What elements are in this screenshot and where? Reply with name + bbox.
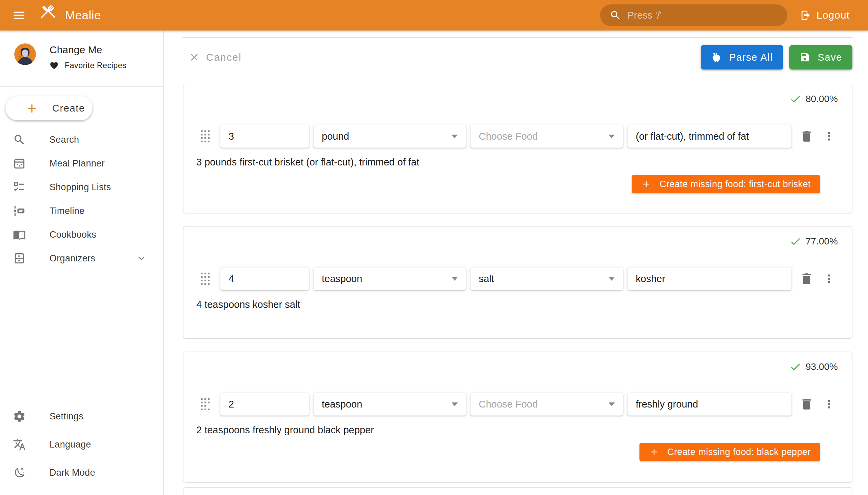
ingredient-card: 80.00% pound Choose Food 3 pounds first-… <box>183 84 852 213</box>
ingredient-fields-row: teaspoon Choose Food <box>195 393 840 416</box>
delete-button[interactable] <box>798 395 815 413</box>
sidebar-item-settings[interactable]: Settings <box>0 405 164 428</box>
more-options-button[interactable] <box>820 395 838 413</box>
save-icon <box>800 52 810 63</box>
trash-icon <box>800 129 814 143</box>
scrolled-content-edge <box>183 37 852 38</box>
global-search-bar[interactable] <box>600 4 787 26</box>
note-field[interactable] <box>627 267 792 290</box>
create-missing-food-button[interactable]: Create missing food: black pepper <box>640 443 820 461</box>
sidebar-item-dark-mode[interactable]: Dark Mode <box>0 461 164 484</box>
search-icon <box>13 133 26 146</box>
confidence-row: 80.00% <box>195 93 840 105</box>
sidebar-divider <box>0 86 164 87</box>
original-ingredient-text: 3 pounds first-cut brisket (or flat-cut)… <box>195 155 840 169</box>
avatar <box>14 44 36 65</box>
search-icon <box>610 10 621 21</box>
sidebar: Change Me Favorite Recipes Create Search… <box>0 31 164 495</box>
sidebar-nav: Search Meal Planner Shopping Lists Timel… <box>0 128 164 270</box>
sidebar-item-shopping-lists[interactable]: Shopping Lists <box>0 175 164 199</box>
more-options-button[interactable] <box>820 270 838 288</box>
quantity-input[interactable] <box>228 273 301 285</box>
note-field[interactable] <box>627 125 792 148</box>
quantity-field[interactable] <box>220 125 309 148</box>
plus-icon <box>649 447 659 457</box>
drag-handle-icon[interactable] <box>200 130 210 143</box>
more-options-button[interactable] <box>820 127 838 145</box>
drag-handle-icon[interactable] <box>200 272 210 285</box>
sidebar-item-organizers[interactable]: Organizers <box>0 246 164 270</box>
original-ingredient-text: 2 teaspoons freshly ground black pepper <box>195 423 840 437</box>
calendar-icon <box>13 157 26 170</box>
food-select[interactable]: Choose Food <box>470 393 623 416</box>
user-name: Change Me <box>50 44 126 56</box>
sidebar-item-timeline[interactable]: Timeline <box>0 199 164 223</box>
confidence-row: 77.00% <box>195 235 840 248</box>
logout-icon <box>800 10 811 21</box>
quantity-field[interactable] <box>220 393 309 416</box>
delete-button[interactable] <box>798 270 815 288</box>
favorite-recipes-link[interactable]: Favorite Recipes <box>50 61 126 70</box>
create-missing-food-button[interactable]: Create missing food: first-cut brisket <box>632 175 820 193</box>
note-field[interactable] <box>627 393 792 416</box>
cancel-button[interactable]: Cancel <box>183 52 242 63</box>
dropdown-arrow-icon <box>452 135 458 138</box>
note-input[interactable] <box>636 399 783 410</box>
check-icon <box>789 235 802 248</box>
note-input[interactable] <box>636 273 783 285</box>
sidebar-item-search[interactable]: Search <box>0 128 164 152</box>
sidebar-item-meal-planner[interactable]: Meal Planner <box>0 152 164 175</box>
drawer-icon <box>13 252 26 265</box>
ingredient-fields-row: teaspoon salt <box>195 267 840 290</box>
check-icon <box>789 361 802 373</box>
confidence-value: 77.00% <box>806 236 838 247</box>
search-input[interactable] <box>627 10 763 21</box>
ingredient-card-partial <box>183 487 852 495</box>
kebab-menu-icon <box>822 398 835 411</box>
ingredient-card: 77.00% teaspoon salt 4 teaspoons kosher … <box>183 226 852 339</box>
confidence-value: 80.00% <box>806 93 838 104</box>
menu-icon[interactable] <box>10 6 28 24</box>
original-ingredient-text: 4 teaspoons kosher salt <box>195 298 840 311</box>
unit-select[interactable]: teaspoon <box>313 267 466 290</box>
food-apple-icon <box>711 52 722 63</box>
logout-button[interactable]: Logout <box>800 10 850 21</box>
unit-select[interactable]: teaspoon <box>313 393 466 416</box>
create-button[interactable]: Create <box>5 96 92 120</box>
confidence-value: 93.00% <box>806 361 838 372</box>
sidebar-item-language[interactable]: Language <box>0 433 164 456</box>
dropdown-arrow-icon <box>452 403 458 406</box>
mealie-logo-cutlery-icon <box>38 5 58 25</box>
parse-all-button[interactable]: Parse All <box>701 45 783 69</box>
food-select[interactable]: salt <box>470 267 623 290</box>
check-icon <box>789 93 802 105</box>
dropdown-arrow-icon <box>609 135 615 138</box>
sidebar-item-cookbooks[interactable]: Cookbooks <box>0 223 164 246</box>
dropdown-arrow-icon <box>609 403 615 406</box>
dropdown-arrow-icon <box>452 277 458 281</box>
quantity-input[interactable] <box>228 399 301 410</box>
mealie-app: Mealie Logout Change <box>0 0 868 495</box>
ingredient-card: 93.00% teaspoon Choose Food 2 teaspoons … <box>183 352 852 482</box>
delete-button[interactable] <box>798 127 815 145</box>
chevron-down-icon[interactable] <box>136 253 147 264</box>
note-input[interactable] <box>636 131 783 142</box>
timeline-icon <box>13 204 26 217</box>
missing-food-row: Create missing food: first-cut brisket <box>195 175 840 193</box>
gear-icon <box>13 410 26 423</box>
quantity-field[interactable] <box>220 267 309 290</box>
save-button[interactable]: Save <box>789 45 853 69</box>
drag-handle-icon[interactable] <box>200 398 210 411</box>
parser-toolbar: Cancel Parse All Save <box>183 42 852 73</box>
user-block[interactable]: Change Me Favorite Recipes <box>0 31 164 70</box>
food-select[interactable]: Choose Food <box>470 125 623 148</box>
trash-icon <box>800 397 814 411</box>
quantity-input[interactable] <box>228 131 301 142</box>
unit-select[interactable]: pound <box>313 125 466 148</box>
ingredient-fields-row: pound Choose Food <box>195 125 840 148</box>
kebab-menu-icon <box>822 272 835 285</box>
translate-icon <box>13 438 26 451</box>
confidence-row: 93.00% <box>195 361 840 373</box>
ingredient-parser-page: Cancel Parse All Save 80.00% pound C <box>164 31 868 495</box>
close-icon <box>188 52 200 63</box>
